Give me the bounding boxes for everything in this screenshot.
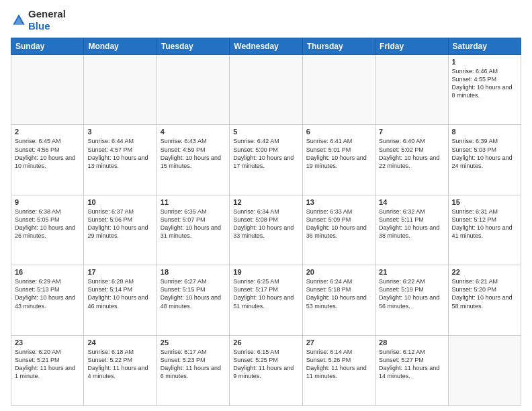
day-cell (157, 55, 229, 125)
day-cell: 9Sunrise: 6:38 AM Sunset: 5:05 PM Daylig… (11, 195, 84, 265)
day-info: Sunrise: 6:28 AM Sunset: 5:14 PM Dayligh… (87, 277, 152, 310)
day-cell: 16Sunrise: 6:29 AM Sunset: 5:13 PM Dayli… (11, 265, 84, 335)
logo: General Blue (11, 8, 66, 32)
day-info: Sunrise: 6:14 AM Sunset: 5:26 PM Dayligh… (306, 348, 371, 381)
day-cell: 21Sunrise: 6:22 AM Sunset: 5:19 PM Dayli… (375, 265, 448, 335)
day-cell: 24Sunrise: 6:18 AM Sunset: 5:22 PM Dayli… (84, 335, 157, 405)
day-number: 14 (379, 198, 444, 206)
day-info: Sunrise: 6:17 AM Sunset: 5:23 PM Dayligh… (161, 348, 226, 381)
day-cell (11, 55, 84, 125)
day-info: Sunrise: 6:35 AM Sunset: 5:07 PM Dayligh… (161, 208, 226, 240)
weekday-header-saturday: Saturday (448, 38, 521, 55)
day-info: Sunrise: 6:31 AM Sunset: 5:12 PM Dayligh… (452, 208, 517, 240)
day-cell: 3Sunrise: 6:44 AM Sunset: 4:57 PM Daylig… (84, 125, 157, 195)
day-number: 17 (87, 268, 152, 276)
day-cell: 23Sunrise: 6:20 AM Sunset: 5:21 PM Dayli… (11, 335, 84, 405)
day-number: 1 (452, 58, 517, 66)
calendar-table: SundayMondayTuesdayWednesdayThursdayFrid… (11, 38, 521, 406)
day-info: Sunrise: 6:45 AM Sunset: 4:56 PM Dayligh… (15, 137, 80, 170)
day-cell (84, 55, 157, 125)
day-number: 28 (379, 338, 444, 347)
day-cell: 12Sunrise: 6:34 AM Sunset: 5:08 PM Dayli… (230, 195, 302, 265)
day-info: Sunrise: 6:43 AM Sunset: 4:59 PM Dayligh… (161, 137, 226, 170)
week-row-1: 1Sunrise: 6:46 AM Sunset: 4:55 PM Daylig… (11, 55, 521, 125)
day-info: Sunrise: 6:37 AM Sunset: 5:06 PM Dayligh… (87, 208, 152, 240)
week-row-3: 9Sunrise: 6:38 AM Sunset: 5:05 PM Daylig… (11, 195, 521, 265)
weekday-header-tuesday: Tuesday (157, 38, 229, 55)
page: General Blue SundayMondayTuesdayWednesda… (0, 0, 532, 411)
day-number: 7 (379, 128, 444, 136)
day-info: Sunrise: 6:21 AM Sunset: 5:20 PM Dayligh… (452, 277, 517, 310)
day-info: Sunrise: 6:25 AM Sunset: 5:17 PM Dayligh… (233, 277, 298, 310)
weekday-header-monday: Monday (84, 38, 157, 55)
day-cell: 4Sunrise: 6:43 AM Sunset: 4:59 PM Daylig… (157, 125, 229, 195)
day-info: Sunrise: 6:41 AM Sunset: 5:01 PM Dayligh… (306, 137, 371, 170)
day-number: 5 (233, 128, 298, 136)
header: General Blue (11, 8, 521, 32)
day-info: Sunrise: 6:33 AM Sunset: 5:09 PM Dayligh… (306, 208, 371, 240)
day-number: 4 (161, 128, 226, 136)
day-info: Sunrise: 6:39 AM Sunset: 5:03 PM Dayligh… (452, 137, 517, 170)
day-info: Sunrise: 6:42 AM Sunset: 5:00 PM Dayligh… (233, 137, 298, 170)
day-number: 6 (306, 128, 371, 136)
day-info: Sunrise: 6:40 AM Sunset: 5:02 PM Dayligh… (379, 137, 444, 170)
day-cell: 18Sunrise: 6:27 AM Sunset: 5:15 PM Dayli… (157, 265, 229, 335)
day-number: 20 (306, 268, 371, 276)
day-info: Sunrise: 6:34 AM Sunset: 5:08 PM Dayligh… (233, 208, 298, 240)
day-number: 23 (15, 338, 80, 347)
day-number: 8 (452, 128, 517, 136)
day-number: 21 (379, 268, 444, 276)
week-row-2: 2Sunrise: 6:45 AM Sunset: 4:56 PM Daylig… (11, 125, 521, 195)
day-info: Sunrise: 6:38 AM Sunset: 5:05 PM Dayligh… (15, 208, 80, 240)
day-info: Sunrise: 6:24 AM Sunset: 5:18 PM Dayligh… (306, 277, 371, 310)
day-number: 12 (233, 198, 298, 206)
weekday-header-row: SundayMondayTuesdayWednesdayThursdayFrid… (11, 38, 521, 55)
week-row-4: 16Sunrise: 6:29 AM Sunset: 5:13 PM Dayli… (11, 265, 521, 335)
logo-blue: Blue (28, 20, 50, 32)
day-number: 15 (452, 198, 517, 206)
day-number: 10 (87, 198, 152, 206)
day-cell: 28Sunrise: 6:12 AM Sunset: 5:27 PM Dayli… (375, 335, 448, 405)
day-info: Sunrise: 6:22 AM Sunset: 5:19 PM Dayligh… (379, 277, 444, 310)
day-number: 2 (15, 128, 80, 136)
day-info: Sunrise: 6:46 AM Sunset: 4:55 PM Dayligh… (452, 67, 517, 100)
day-cell: 22Sunrise: 6:21 AM Sunset: 5:20 PM Dayli… (448, 265, 521, 335)
day-number: 13 (306, 198, 371, 206)
day-cell: 15Sunrise: 6:31 AM Sunset: 5:12 PM Dayli… (448, 195, 521, 265)
day-cell: 2Sunrise: 6:45 AM Sunset: 4:56 PM Daylig… (11, 125, 84, 195)
weekday-header-wednesday: Wednesday (230, 38, 302, 55)
logo-icon (12, 13, 26, 27)
day-info: Sunrise: 6:18 AM Sunset: 5:22 PM Dayligh… (87, 348, 152, 381)
day-cell: 20Sunrise: 6:24 AM Sunset: 5:18 PM Dayli… (302, 265, 375, 335)
day-cell: 17Sunrise: 6:28 AM Sunset: 5:14 PM Dayli… (84, 265, 157, 335)
day-info: Sunrise: 6:20 AM Sunset: 5:21 PM Dayligh… (15, 348, 80, 381)
day-cell: 11Sunrise: 6:35 AM Sunset: 5:07 PM Dayli… (157, 195, 229, 265)
day-number: 26 (233, 338, 298, 347)
day-cell: 6Sunrise: 6:41 AM Sunset: 5:01 PM Daylig… (302, 125, 375, 195)
day-cell: 14Sunrise: 6:32 AM Sunset: 5:11 PM Dayli… (375, 195, 448, 265)
day-number: 3 (87, 128, 152, 136)
day-cell (448, 335, 521, 405)
day-cell (302, 55, 375, 125)
day-number: 11 (161, 198, 226, 206)
day-cell: 19Sunrise: 6:25 AM Sunset: 5:17 PM Dayli… (230, 265, 302, 335)
day-cell (375, 55, 448, 125)
day-number: 22 (452, 268, 517, 276)
day-cell: 8Sunrise: 6:39 AM Sunset: 5:03 PM Daylig… (448, 125, 521, 195)
weekday-header-friday: Friday (375, 38, 448, 55)
day-info: Sunrise: 6:15 AM Sunset: 5:25 PM Dayligh… (233, 348, 298, 381)
day-cell: 26Sunrise: 6:15 AM Sunset: 5:25 PM Dayli… (230, 335, 302, 405)
week-row-5: 23Sunrise: 6:20 AM Sunset: 5:21 PM Dayli… (11, 335, 521, 405)
day-info: Sunrise: 6:44 AM Sunset: 4:57 PM Dayligh… (87, 137, 152, 170)
day-cell (230, 55, 302, 125)
day-cell: 10Sunrise: 6:37 AM Sunset: 5:06 PM Dayli… (84, 195, 157, 265)
day-number: 19 (233, 268, 298, 276)
day-number: 27 (306, 338, 371, 347)
day-number: 25 (161, 338, 226, 347)
day-info: Sunrise: 6:29 AM Sunset: 5:13 PM Dayligh… (15, 277, 80, 310)
weekday-header-sunday: Sunday (11, 38, 84, 55)
day-number: 24 (87, 338, 152, 347)
weekday-header-thursday: Thursday (302, 38, 375, 55)
day-info: Sunrise: 6:12 AM Sunset: 5:27 PM Dayligh… (379, 348, 444, 381)
day-number: 18 (161, 268, 226, 276)
